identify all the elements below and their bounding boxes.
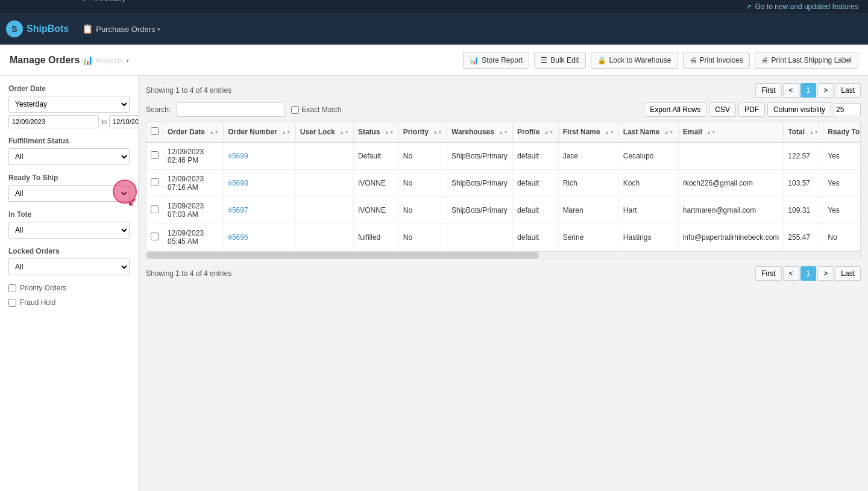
navbar: S ShipBots ⌂ Home ☰ Orders ▾ ⇄ Returns ▾… [0, 13, 868, 45]
brand-logo[interactable]: S ShipBots [6, 20, 69, 37]
col-warehouses[interactable]: Warehouses ▲▼ [447, 122, 513, 142]
nav-item-reports[interactable]: 📊 Reports ▾ [75, 45, 168, 76]
cell-priority: No [398, 197, 447, 224]
next-page-bottom-button[interactable]: > [817, 266, 834, 281]
order-date-preset-select[interactable]: Yesterday Today Last 7 Days Custom [8, 96, 130, 113]
col-email[interactable]: Email ▲▼ [678, 122, 784, 142]
select-all-checkbox[interactable] [151, 127, 159, 135]
label-printer-icon: 🖨 [761, 56, 769, 64]
next-page-button[interactable]: > [817, 83, 834, 98]
row-select-checkbox[interactable] [151, 178, 159, 186]
search-input[interactable] [177, 102, 285, 117]
fraud-hold-checkbox[interactable] [8, 299, 16, 307]
table-row: 12/09/2023 07:16 AM #5698 IVONNE No Ship… [146, 170, 861, 197]
order-number-link[interactable]: #5697 [228, 206, 248, 214]
col-total[interactable]: Total ▲▼ [784, 122, 823, 142]
cell-status: IVONNE [353, 170, 398, 197]
cell-priority: No [398, 142, 447, 170]
last-page-bottom-button[interactable]: Last [835, 266, 861, 281]
cell-profile: default [513, 170, 559, 197]
bulk-edit-button[interactable]: ☰ Bulk Edit [534, 52, 585, 69]
prev-page-button[interactable]: < [783, 83, 799, 98]
showing-entries-bottom: Showing 1 to 4 of 4 entries [146, 269, 231, 278]
cell-email: info@papertrailrhinebeck.com [678, 224, 784, 251]
cell-priority: No [398, 224, 447, 251]
date-from-input[interactable] [8, 115, 99, 128]
csv-button[interactable]: CSV [709, 102, 736, 117]
row-select-checkbox[interactable] [151, 151, 159, 159]
cell-last-name: Hart [618, 197, 678, 224]
cell-user-lock [295, 224, 353, 251]
row-select-checkbox[interactable] [151, 233, 159, 240]
exact-match-checkbox[interactable] [291, 106, 299, 114]
first-page-bottom-button[interactable]: First [755, 266, 781, 281]
sort-total: ▲▼ [809, 130, 819, 135]
cell-warehouses: ShipBots/Primary [447, 170, 513, 197]
priority-orders-label: Priority Orders [20, 284, 66, 292]
cell-first-name: Jace [558, 142, 618, 170]
locked-orders-select[interactable]: All [8, 258, 130, 275]
cell-status: Default [353, 142, 398, 170]
row-checkbox-cell [146, 197, 163, 224]
order-number-link[interactable]: #5698 [228, 179, 248, 187]
col-priority[interactable]: Priority ▲▼ [398, 122, 447, 142]
col-user-lock[interactable]: User Lock ▲▼ [295, 122, 353, 142]
row-select-checkbox[interactable] [151, 205, 159, 213]
cell-ready-to-ship: No [823, 224, 861, 251]
col-status[interactable]: Status ▲▼ [353, 122, 398, 142]
column-visibility-button[interactable]: Column visibility [767, 102, 831, 117]
horizontal-scrollbar[interactable] [146, 251, 860, 258]
order-number-link[interactable]: #5696 [228, 233, 248, 242]
sort-priority: ▲▼ [433, 130, 442, 135]
col-last-name[interactable]: Last Name ▲▼ [618, 122, 678, 142]
chart-icon: 📊 [470, 56, 479, 64]
priority-orders-checkbox[interactable] [8, 284, 16, 292]
brand-logo-icon: S [6, 20, 23, 37]
cell-first-name: Maren [558, 197, 618, 224]
fraud-hold-label: Fraud Hold [20, 298, 55, 307]
col-order-number[interactable]: Order Number ▲▼ [224, 122, 296, 142]
inventory-nav-icon: 🏷 [82, 0, 91, 3]
pdf-button[interactable]: PDF [738, 102, 765, 117]
first-page-button[interactable]: First [755, 83, 781, 98]
nav-item-purchase-orders[interactable]: 📋 Purchase Orders ▾ [75, 13, 168, 45]
export-all-rows-button[interactable]: Export All Rows [644, 102, 706, 117]
prev-page-bottom-button[interactable]: < [783, 266, 799, 281]
fulfillment-status-select[interactable]: All [8, 148, 130, 165]
row-checkbox-cell [146, 142, 163, 170]
orders-table-wrapper: Order Date ▲▼ Order Number ▲▼ User Lock … [146, 122, 861, 259]
nav-item-inventory[interactable]: 🏷 Inventory ▾ [75, 0, 168, 13]
per-page-input[interactable] [834, 103, 861, 116]
fraud-hold-row: Fraud Hold [8, 298, 130, 307]
order-number-link[interactable]: #5699 [228, 152, 248, 160]
ready-to-ship-select[interactable]: All [8, 185, 130, 202]
table-row: 12/09/2023 02:46 PM #5699 Default No Shi… [146, 142, 861, 170]
current-page-button[interactable]: 1 [800, 83, 817, 98]
cell-order-number: #5698 [224, 170, 296, 197]
exact-match-label[interactable]: Exact Match [291, 105, 341, 114]
print-last-shipping-label-button[interactable]: 🖨 Print Last Shipping Label [755, 52, 858, 69]
col-ready-to-ship[interactable]: Ready To Ship ▲▼ [823, 122, 861, 142]
date-to-input[interactable] [109, 115, 139, 128]
cell-email: rkoch226@gmail.com [678, 170, 784, 197]
purchase-orders-chevron-icon: ▾ [157, 26, 160, 33]
reports-nav-icon: 📊 [82, 55, 93, 66]
in-tote-select[interactable]: All [8, 222, 130, 239]
cell-order-date: 12/09/2023 07:16 AM [163, 170, 224, 197]
current-page-bottom-button[interactable]: 1 [800, 266, 817, 281]
col-order-date[interactable]: Order Date ▲▼ [163, 122, 224, 142]
col-first-name[interactable]: First Name ▲▼ [558, 122, 618, 142]
last-page-button[interactable]: Last [835, 83, 861, 98]
main-content: Showing 1 to 4 of 4 entries First < 1 > … [139, 76, 868, 491]
store-report-button[interactable]: 📊 Store Report [463, 52, 529, 69]
lock-to-warehouse-button[interactable]: 🔒 Lock to Warehouse [591, 52, 678, 69]
print-invoices-button[interactable]: 🖨 Print Invoices [683, 52, 750, 69]
sort-profile: ▲▼ [544, 130, 554, 135]
priority-orders-row: Priority Orders [8, 284, 130, 292]
inventory-nav-label: Inventory [93, 0, 125, 2]
cell-status: IVONNE [353, 197, 398, 224]
cell-profile: default [513, 197, 559, 224]
col-profile[interactable]: Profile ▲▼ [513, 122, 559, 142]
header-checkbox-cell [146, 122, 163, 142]
new-features-link[interactable]: Go to new and updated features [755, 2, 858, 11]
